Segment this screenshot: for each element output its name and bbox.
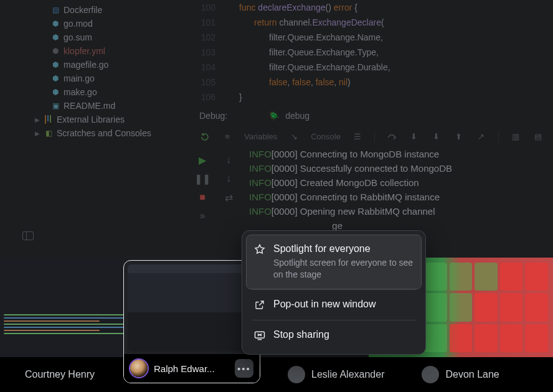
menu-item-title: Pop-out in new window: [273, 299, 376, 310]
star-icon: [253, 243, 266, 256]
popout-icon: [253, 299, 266, 311]
presenter-preview: [128, 264, 256, 352]
menu-item-subtitle: Spotlight screen for everyone to see on …: [273, 257, 414, 281]
avatar: [288, 366, 305, 383]
avatar: [422, 366, 439, 383]
menu-stop-sharing[interactable]: Stop sharing: [246, 320, 422, 350]
more-options-button[interactable]: •••: [235, 359, 253, 378]
menu-popout[interactable]: Pop-out in new window: [246, 290, 422, 320]
participant-leslie[interactable]: Leslie Alexander: [288, 366, 384, 383]
participant-name: Devon Lane: [445, 369, 499, 380]
participant-courtney[interactable]: Courtney Henry: [10, 369, 95, 380]
menu-spotlight[interactable]: Spotlight for everyone Spotlight screen …: [246, 235, 422, 289]
presenter-name: Ralph Edwar...: [154, 363, 229, 374]
avatar: [130, 360, 148, 377]
participants-bar: Courtney Henry Leslie Alexander Devon La…: [0, 357, 553, 392]
menu-item-title: Stop sharing: [273, 329, 329, 340]
presenter-footer: Ralph Edwar... •••: [124, 354, 260, 383]
participant-name: Leslie Alexander: [311, 369, 384, 380]
share-menu: Spotlight for everyone Spotlight screen …: [242, 230, 426, 355]
participant-devon[interactable]: Devon Lane: [422, 366, 499, 383]
stop-share-icon: [253, 329, 266, 342]
menu-item-title: Spotlight for everyone: [273, 243, 414, 254]
active-presenter-card[interactable]: Ralph Edwar... •••: [123, 260, 260, 383]
participant-name: Courtney Henry: [25, 369, 95, 380]
